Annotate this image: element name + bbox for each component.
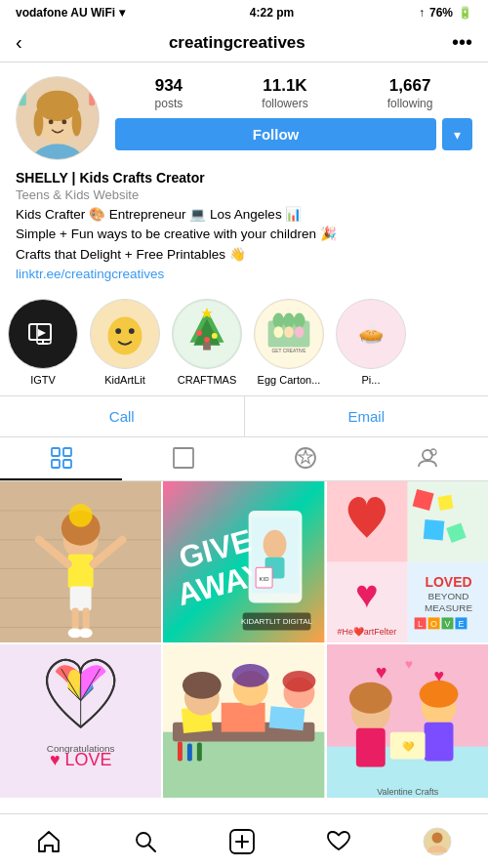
svg-rect-43 (63, 460, 71, 468)
battery-text: 76% (429, 6, 453, 20)
story-item-igtv[interactable]: IGTV (8, 299, 78, 386)
story-item-kidartlit[interactable]: KidArtLit (90, 299, 160, 386)
svg-point-119 (232, 664, 269, 687)
nav-add-button[interactable] (220, 825, 264, 858)
svg-text:L: L (418, 619, 423, 629)
back-button[interactable]: ‹ (16, 31, 22, 54)
tab-list[interactable] (122, 437, 244, 480)
carrier-text: vodafone AU WiFi (16, 6, 115, 20)
story-label-igtv: IGTV (30, 374, 56, 386)
photo-grid: GIVE AWAY KID KIDARTLIT DIGITAL (0, 481, 488, 798)
svg-rect-40 (52, 448, 60, 456)
svg-point-26 (212, 333, 218, 339)
profile-link[interactable]: linktr.ee/creatingcreatives (16, 267, 472, 281)
stat-following: 1,667 following (387, 76, 433, 110)
grid-icon (51, 447, 72, 469)
nav-search-button[interactable] (123, 825, 168, 858)
svg-point-117 (183, 672, 222, 699)
dropdown-arrow-icon: ▾ (454, 127, 461, 143)
person-tag-icon (417, 447, 438, 469)
follow-dropdown-button[interactable]: ▾ (442, 118, 472, 150)
svg-text:Valentine Crafts: Valentine Crafts (377, 787, 439, 797)
story-label-craftmas: CRAFTMAS (178, 374, 237, 386)
home-icon (36, 829, 61, 854)
profile-header: 934 posts 11.1K followers 1,667 followin… (0, 62, 488, 168)
svg-rect-41 (63, 448, 71, 456)
status-time: 4:22 pm (250, 6, 294, 20)
svg-rect-85 (423, 519, 444, 541)
svg-point-5 (34, 109, 44, 136)
grid-item-3[interactable]: ♥ #He❤️artFelter LOVED BEYOND MEASURE L … (327, 481, 488, 642)
location-icon: ↑ (419, 6, 425, 20)
story-label-extra: Pi... (362, 374, 381, 386)
email-button[interactable]: Email (245, 396, 489, 436)
story-label-kidartlit: KidArtLit (104, 374, 145, 386)
story-label-eggcarton: Egg Carton... (258, 374, 321, 386)
svg-rect-42 (52, 460, 60, 468)
svg-text:LOVED: LOVED (425, 573, 471, 589)
svg-rect-114 (222, 703, 265, 732)
svg-point-10 (61, 119, 66, 124)
svg-point-6 (72, 109, 82, 136)
following-label: following (387, 97, 433, 110)
status-right: ↑ 76% 🔋 (419, 6, 472, 20)
svg-rect-123 (187, 744, 192, 762)
svg-text:MEASURE: MEASURE (425, 602, 473, 613)
call-button[interactable]: Call (0, 396, 244, 436)
story-item-extra[interactable]: 🥧 Pi... (336, 299, 406, 386)
svg-line-181 (148, 845, 155, 851)
story-circle-eggcarton: GET CREATIVE (254, 299, 324, 369)
story-circle-igtv (8, 299, 78, 369)
more-options-button[interactable]: ••• (452, 31, 472, 54)
tag-icon (295, 447, 316, 469)
bio-line-2: Simple + Fun ways to be creative with yo… (16, 225, 472, 244)
followers-count: 11.1K (263, 76, 306, 96)
stat-posts: 934 posts (155, 76, 183, 110)
grid-item-2[interactable]: GIVE AWAY KID KIDARTLIT DIGITAL (163, 481, 324, 642)
svg-text:BEYOND: BEYOND (427, 591, 468, 601)
grid-item-4[interactable]: Congratulations ♥ LOVE (0, 644, 161, 798)
svg-text:E: E (458, 619, 464, 629)
follow-button[interactable]: Follow (115, 118, 436, 150)
story-item-eggcarton[interactable]: GET CREATIVE Egg Carton... (254, 299, 324, 386)
posts-label: posts (155, 97, 183, 110)
tab-tag[interactable] (244, 437, 366, 480)
svg-point-20 (129, 328, 135, 334)
nav-profile-button[interactable] (413, 823, 462, 860)
svg-point-73 (264, 530, 287, 559)
bio-line-1: Kids Crafter 🎨 Entrepreneur 💻 Los Angele… (16, 205, 472, 225)
grid-item-6[interactable]: ♥ ♥ ♥ 💛 Valentine Crafts (327, 644, 488, 798)
tab-grid[interactable] (0, 437, 122, 480)
grid-item-5[interactable] (163, 644, 324, 798)
story-item-craftmas[interactable]: CRAFTMAS (172, 299, 242, 386)
svg-rect-111 (163, 732, 324, 798)
grid-item-1[interactable] (0, 481, 161, 642)
svg-rect-124 (197, 743, 202, 762)
followers-label: followers (262, 97, 307, 110)
svg-point-32 (283, 312, 295, 328)
stories-section: IGTV KidArtLit (0, 289, 488, 390)
posts-count: 934 (155, 76, 183, 96)
svg-rect-115 (269, 706, 305, 730)
stats-area: 934 posts 11.1K followers 1,667 followin… (115, 76, 472, 150)
wifi-icon: ▾ (119, 6, 125, 20)
follow-row: Follow ▾ (115, 118, 472, 150)
svg-text:GET CREATIVE: GET CREATIVE (271, 349, 306, 353)
svg-point-129 (349, 682, 392, 714)
svg-rect-84 (437, 495, 453, 511)
nav-activity-button[interactable] (316, 825, 361, 858)
svg-text:♥: ♥ (404, 656, 412, 672)
svg-rect-8 (89, 92, 95, 106)
svg-text:♥: ♥ (375, 661, 386, 682)
bottom-nav (0, 813, 488, 868)
svg-text:🥧: 🥧 (358, 320, 385, 346)
tab-profile-tag[interactable] (366, 437, 488, 480)
nav-home-button[interactable] (26, 825, 71, 858)
story-circle-craftmas (172, 299, 242, 369)
svg-rect-133 (424, 723, 453, 762)
svg-point-34 (273, 326, 283, 338)
avatar (16, 76, 100, 160)
battery-icon: 🔋 (458, 6, 472, 20)
profile-avatar-icon (423, 827, 452, 856)
status-bar: vodafone AU WiFi ▾ 4:22 pm ↑ 76% 🔋 (0, 0, 488, 23)
